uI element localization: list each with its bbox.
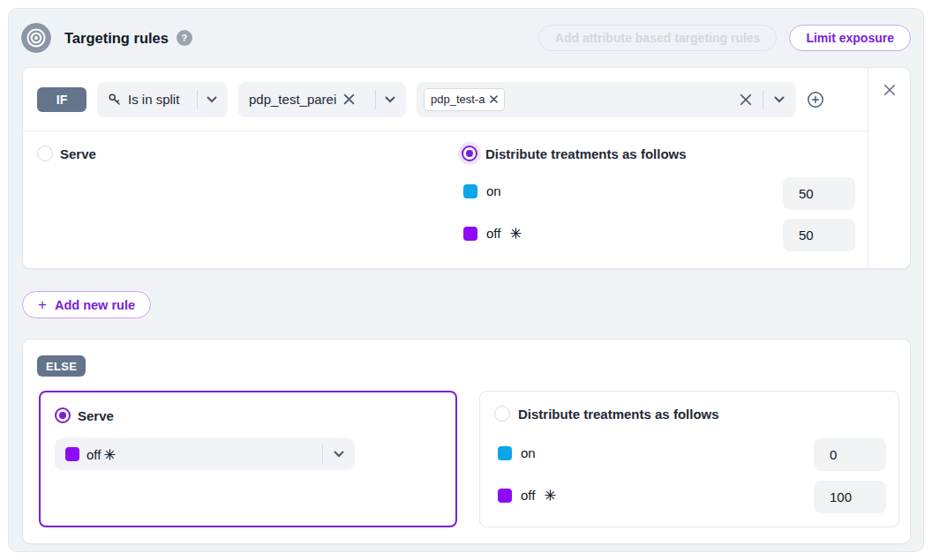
value-tag-label: pdp_test-a bbox=[431, 93, 485, 106]
split-name: pdp_test_parei bbox=[249, 92, 336, 107]
treatment-values-input[interactable]: pdp_test-a bbox=[417, 82, 796, 117]
matcher-select[interactable]: Is in split bbox=[97, 82, 228, 117]
targeting-rules-panel: Targeting rules ? Add attribute based ta… bbox=[8, 8, 924, 552]
treatment-color-swatch bbox=[463, 184, 477, 198]
treatment-row: on bbox=[463, 183, 501, 198]
asterisk-default-icon bbox=[545, 489, 556, 501]
else-serve-box: Serve off bbox=[39, 391, 457, 527]
distribute-radio[interactable] bbox=[462, 146, 477, 161]
serve-treatment-select[interactable]: off bbox=[55, 438, 355, 470]
else-distribute-box: Distribute treatments as follows on off bbox=[479, 391, 899, 527]
close-icon[interactable] bbox=[883, 84, 896, 96]
treatment-name: on bbox=[521, 445, 536, 460]
rule-side-column bbox=[868, 68, 910, 268]
rule-main: IF Is in split pdp_test_parei bbox=[23, 68, 868, 268]
add-new-rule-label: Add new rule bbox=[55, 298, 135, 312]
treatment-color-swatch bbox=[463, 227, 477, 241]
treatment-percent-input[interactable] bbox=[783, 219, 855, 251]
clear-x-icon[interactable] bbox=[740, 93, 752, 106]
divider bbox=[375, 90, 376, 109]
rule-condition-row: IF Is in split pdp_test_parei bbox=[23, 68, 868, 131]
chevron-down-icon[interactable] bbox=[774, 96, 785, 103]
treatment-row: off bbox=[463, 226, 522, 241]
divider bbox=[763, 90, 763, 109]
help-icon[interactable]: ? bbox=[177, 30, 192, 46]
distribute-option: Distribute treatments as follows bbox=[462, 146, 687, 161]
value-tag: pdp_test-a bbox=[424, 88, 505, 111]
treatment-row: on bbox=[498, 445, 536, 460]
serve-option-label: Serve bbox=[60, 146, 96, 161]
plus-circle-icon[interactable] bbox=[807, 91, 824, 108]
asterisk-default-icon bbox=[104, 449, 116, 460]
serve-option: Serve bbox=[37, 146, 96, 161]
targeting-rules-screen: Targeting rules ? Add attribute based ta… bbox=[0, 0, 932, 560]
else-rule-card: ELSE Serve off bbox=[22, 339, 911, 544]
limit-exposure-button[interactable]: Limit exposure bbox=[789, 25, 911, 51]
panel-header: Targeting rules ? Add attribute based ta… bbox=[9, 9, 923, 53]
header-actions: Add attribute based targeting rules Limi… bbox=[538, 25, 911, 51]
plus-icon: + bbox=[38, 297, 47, 312]
treatment-name: off bbox=[86, 447, 101, 462]
treatment-percent-input[interactable] bbox=[814, 481, 886, 513]
add-attribute-rules-button[interactable]: Add attribute based targeting rules bbox=[538, 25, 778, 51]
split-select[interactable]: pdp_test_parei bbox=[238, 82, 406, 117]
distribute-option: Distribute treatments as follows bbox=[494, 406, 719, 422]
serve-option: Serve bbox=[55, 407, 114, 423]
treatment-name: on bbox=[486, 183, 501, 198]
treatment-percent-input[interactable] bbox=[814, 438, 886, 471]
targeting-rule-card: IF Is in split pdp_test_parei bbox=[22, 67, 911, 269]
chevron-down-icon[interactable] bbox=[334, 451, 344, 458]
serve-radio[interactable] bbox=[37, 146, 53, 161]
treatment-row: off bbox=[498, 488, 556, 503]
if-badge: IF bbox=[37, 87, 86, 112]
else-distribute-radio[interactable] bbox=[494, 406, 510, 422]
treatment-color-swatch bbox=[498, 446, 512, 460]
distribute-option-label: Distribute treatments as follows bbox=[485, 146, 687, 161]
page-title: Targeting rules bbox=[64, 30, 169, 47]
remove-tag-icon[interactable] bbox=[490, 95, 498, 103]
asterisk-default-icon bbox=[510, 228, 522, 239]
divider bbox=[197, 90, 198, 109]
key-icon bbox=[108, 93, 122, 107]
else-serve-radio[interactable] bbox=[55, 407, 71, 423]
else-badge: ELSE bbox=[37, 355, 86, 377]
matcher-label: Is in split bbox=[128, 92, 179, 107]
add-new-rule-button[interactable]: + Add new rule bbox=[22, 291, 151, 318]
chevron-down-icon[interactable] bbox=[385, 96, 395, 103]
target-icon bbox=[21, 23, 51, 53]
distribute-option-label: Distribute treatments as follows bbox=[518, 407, 719, 422]
treatment-color-swatch bbox=[65, 447, 79, 461]
serve-option-label: Serve bbox=[78, 408, 114, 423]
clear-x-icon[interactable] bbox=[343, 93, 355, 105]
treatment-percent-input[interactable] bbox=[783, 177, 855, 210]
treatment-name: off bbox=[521, 488, 535, 503]
treatment-name: off bbox=[486, 226, 500, 241]
treatment-color-swatch bbox=[498, 489, 512, 503]
chevron-down-icon[interactable] bbox=[207, 96, 217, 103]
divider bbox=[322, 444, 323, 464]
